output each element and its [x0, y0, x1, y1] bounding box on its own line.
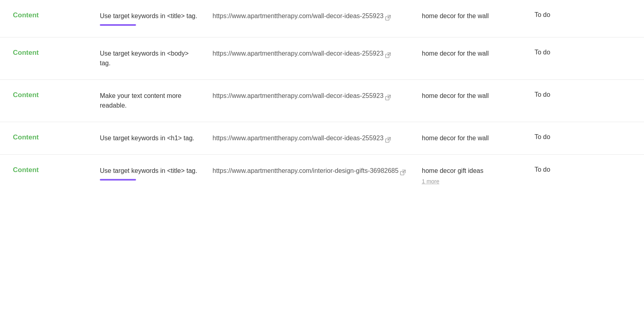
- keyword-cell: home decor gift ideas1 more: [415, 166, 528, 186]
- url-cell[interactable]: https://www.apartmenttherapy.com/interio…: [206, 166, 415, 176]
- table-row: ContentUse target keywords in <title> ta…: [0, 155, 644, 197]
- table-row: ContentUse target keywords in <h1> tag.h…: [0, 122, 644, 155]
- url-cell[interactable]: https://www.apartmenttherapy.com/wall-de…: [206, 11, 415, 21]
- url-link[interactable]: https://www.apartmenttherapy.com/wall-de…: [213, 92, 391, 99]
- type-cell: Content: [13, 49, 93, 57]
- underline-indicator: [100, 179, 136, 181]
- keyword-cell: home decor for the wall: [415, 91, 528, 101]
- status-cell: To do: [528, 11, 609, 19]
- url-cell[interactable]: https://www.apartmenttherapy.com/wall-de…: [206, 49, 415, 58]
- keyword-cell: home decor for the wall: [415, 49, 528, 58]
- more-keywords-link[interactable]: 1 more: [422, 177, 522, 186]
- external-link-icon: [385, 136, 391, 141]
- table-row: ContentUse target keywords in <body> tag…: [0, 37, 644, 80]
- keyword-cell: home decor for the wall: [415, 133, 528, 143]
- url-link[interactable]: https://www.apartmenttherapy.com/wall-de…: [213, 12, 391, 19]
- type-cell: Content: [13, 166, 93, 174]
- external-link-icon: [400, 168, 406, 174]
- type-cell: Content: [13, 133, 93, 141]
- external-link-icon: [385, 14, 391, 19]
- status-cell: To do: [528, 166, 609, 173]
- table-row: ContentMake your text content more reada…: [0, 80, 644, 122]
- action-cell: Make your text content more readable.: [93, 91, 206, 110]
- action-cell: Use target keywords in <h1> tag.: [93, 133, 206, 143]
- url-link[interactable]: https://www.apartmenttherapy.com/wall-de…: [213, 50, 391, 57]
- url-cell[interactable]: https://www.apartmenttherapy.com/wall-de…: [206, 91, 415, 101]
- underline-indicator: [100, 24, 136, 26]
- status-cell: To do: [528, 91, 609, 98]
- type-cell: Content: [13, 91, 93, 99]
- external-link-icon: [385, 93, 391, 99]
- external-link-icon: [385, 51, 391, 57]
- url-cell[interactable]: https://www.apartmenttherapy.com/wall-de…: [206, 133, 415, 143]
- action-cell: Use target keywords in <title> tag.: [93, 11, 206, 26]
- type-cell: Content: [13, 11, 93, 19]
- action-cell: Use target keywords in <title> tag.: [93, 166, 206, 181]
- table-row: ContentUse target keywords in <title> ta…: [0, 0, 644, 37]
- keyword-cell: home decor for the wall: [415, 11, 528, 21]
- action-cell: Use target keywords in <body> tag.: [93, 49, 206, 68]
- status-cell: To do: [528, 133, 609, 141]
- status-cell: To do: [528, 49, 609, 56]
- url-link[interactable]: https://www.apartmenttherapy.com/wall-de…: [213, 135, 391, 141]
- url-link[interactable]: https://www.apartmenttherapy.com/interio…: [213, 167, 406, 174]
- recommendations-table: ContentUse target keywords in <title> ta…: [0, 0, 644, 322]
